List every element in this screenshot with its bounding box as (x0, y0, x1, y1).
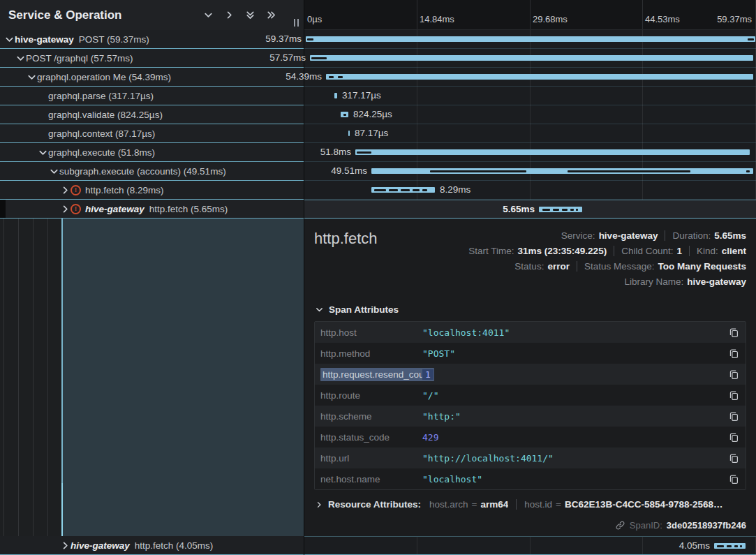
attribute-row[interactable]: http.status_code429 (315, 427, 746, 447)
span-duration-label: 59.37ms (265, 30, 302, 48)
child-span-marker (311, 57, 327, 59)
copy-icon[interactable] (727, 452, 740, 464)
chevron-down-icon[interactable] (15, 52, 26, 64)
copy-icon[interactable] (727, 431, 740, 443)
waterfall-row[interactable]: 8.29ms (304, 181, 756, 200)
span-bar[interactable] (326, 74, 753, 80)
chevron-right-icon[interactable] (59, 184, 71, 195)
span-tree-bottom-row: hive-gatewayhttp.fetch (4.05ms) (0, 536, 304, 555)
attribute-row[interactable]: http.host"localhost:4011" (315, 322, 746, 343)
attribute-value: "http://localhost:4011/" (422, 453, 554, 464)
indent-spacer (0, 171, 48, 172)
timeline-ruler: 0µs14.84ms29.68ms44.53ms59.37ms (304, 0, 756, 30)
span-operation-label: graphql.operation Me (54.39ms) (37, 72, 171, 82)
copy-icon[interactable] (727, 347, 740, 360)
chevron-right-icon[interactable] (314, 500, 323, 509)
grid-line (530, 0, 531, 29)
resource-attributes-title[interactable]: Resource Attributes: (328, 499, 421, 510)
span-bar[interactable] (310, 55, 753, 61)
expand-one-icon[interactable] (223, 9, 235, 21)
resource-attributes-items: host.arch=arm64host.id=BC62E13B-C4CC-585… (429, 499, 723, 510)
chevron-down-icon[interactable] (37, 147, 48, 158)
waterfall-row[interactable]: 57.57ms (304, 49, 756, 68)
span-tree-row[interactable]: subgraph.execute (accounts) (49.51ms) (0, 162, 304, 181)
span-bar[interactable] (714, 543, 746, 549)
child-span-marker (389, 189, 398, 191)
attribute-row[interactable]: http.url"http://localhost:4011/" (315, 447, 746, 468)
waterfall-row[interactable]: 317.17µs (304, 87, 756, 105)
chevron-right-icon[interactable] (59, 203, 71, 214)
chevron-right-icon[interactable] (59, 540, 71, 551)
column-resize-handle[interactable] (294, 19, 299, 27)
span-tree-row[interactable]: graphql.execute (51.8ms) (0, 143, 304, 162)
waterfall-row[interactable]: 54.39ms (304, 68, 756, 87)
span-bar[interactable] (371, 168, 753, 174)
child-span-marker (374, 189, 386, 191)
chevron-placeholder (37, 90, 48, 101)
copy-icon[interactable] (727, 368, 740, 380)
detail-meta-line: Service:hive-gatewayDuration:5.65ms (561, 228, 746, 243)
span-operation-label: http.fetch (4.05ms) (135, 540, 214, 551)
waterfall-row[interactable]: 59.37ms (304, 30, 756, 49)
span-bar[interactable] (355, 149, 750, 155)
attribute-key: http.route (318, 390, 422, 401)
waterfall-row[interactable]: 4.05ms (304, 537, 756, 555)
resource-key: host.id (524, 499, 552, 510)
span-bar[interactable] (306, 36, 755, 42)
child-span-marker (401, 189, 410, 191)
attribute-row[interactable]: http.route"/" (315, 385, 746, 406)
attribute-key: http.host (318, 327, 422, 338)
copy-icon[interactable] (727, 389, 740, 401)
span-tree-row[interactable]: !http.fetch (8.29ms) (0, 181, 304, 200)
span-detail-header: http.fetch Service:hive-gatewayDuration:… (314, 228, 746, 289)
chevron-down-icon[interactable] (48, 165, 59, 177)
span-duration-label: 54.39ms (286, 68, 322, 86)
waterfall-row[interactable]: 5.65ms (304, 200, 756, 219)
meta-label: Status Message: (584, 261, 655, 272)
tree-header-title: Service & Operation (8, 8, 122, 22)
resource-attribute: host.id=BC62E13B-C4CC-5854-9788-2568… (524, 499, 722, 510)
attribute-row[interactable]: http.method"POST" (315, 343, 746, 364)
span-bar[interactable] (539, 207, 582, 212)
span-attributes-table: http.host"localhost:4011"http.method"POS… (314, 321, 746, 490)
expand-all-icon[interactable] (265, 9, 277, 21)
chevron-down-icon[interactable] (26, 71, 37, 82)
attribute-row[interactable]: http.scheme"http:" (315, 406, 746, 427)
link-icon[interactable] (615, 520, 625, 531)
waterfall-row[interactable]: 51.8ms (304, 143, 756, 162)
span-tree-row[interactable]: hive-gatewayPOST (59.37ms) (0, 30, 304, 49)
copy-icon[interactable] (727, 326, 740, 339)
span-bar[interactable] (371, 187, 435, 193)
span-duration-label: 87.17µs (355, 124, 388, 142)
meta-label: Service: (561, 230, 595, 241)
span-tree-row[interactable]: graphql.parse (317.17µs) (0, 87, 304, 105)
waterfall-row[interactable]: 49.51ms (304, 162, 756, 181)
waterfall-row[interactable]: 824.25µs (304, 105, 756, 124)
attribute-row[interactable]: net.host.name"localhost" (315, 468, 746, 489)
copy-icon[interactable] (727, 410, 740, 422)
attribute-value: 1 (422, 369, 433, 380)
span-bar[interactable] (334, 93, 337, 98)
waterfall-row[interactable]: 87.17µs (304, 124, 756, 143)
copy-icon[interactable] (727, 473, 740, 485)
span-attributes-section-header[interactable]: Span Attributes (314, 304, 746, 315)
span-tree-row[interactable]: POST /graphql (57.57ms) (0, 49, 304, 68)
span-tree-column: Service & Operation hive-gatewayPOST (59… (0, 0, 304, 555)
span-tree-row[interactable]: graphql.operation Me (54.39ms) (0, 68, 304, 87)
span-attributes-title: Span Attributes (329, 304, 399, 315)
attribute-row[interactable]: http.request.resend_count1 (315, 364, 746, 385)
span-tree-row[interactable]: !hive-gatewayhttp.fetch (5.65ms) (0, 200, 304, 219)
collapse-all-icon[interactable] (244, 9, 256, 21)
attribute-value: "localhost:4011" (422, 327, 510, 338)
span-bar[interactable] (348, 131, 350, 136)
attribute-value: "http:" (422, 411, 461, 422)
collapse-one-icon[interactable] (202, 9, 214, 21)
indent-spacer (0, 152, 37, 153)
span-tree-row[interactable]: hive-gatewayhttp.fetch (4.05ms) (0, 536, 304, 555)
span-bar[interactable] (341, 112, 348, 117)
span-tree-row[interactable]: graphql.validate (824.25µs) (0, 105, 304, 124)
meta-value: 31ms (23:35:49.225) (518, 246, 607, 256)
error-icon: ! (71, 204, 81, 214)
chevron-down-icon[interactable] (3, 34, 15, 45)
span-tree-row[interactable]: graphql.context (87.17µs) (0, 124, 304, 143)
